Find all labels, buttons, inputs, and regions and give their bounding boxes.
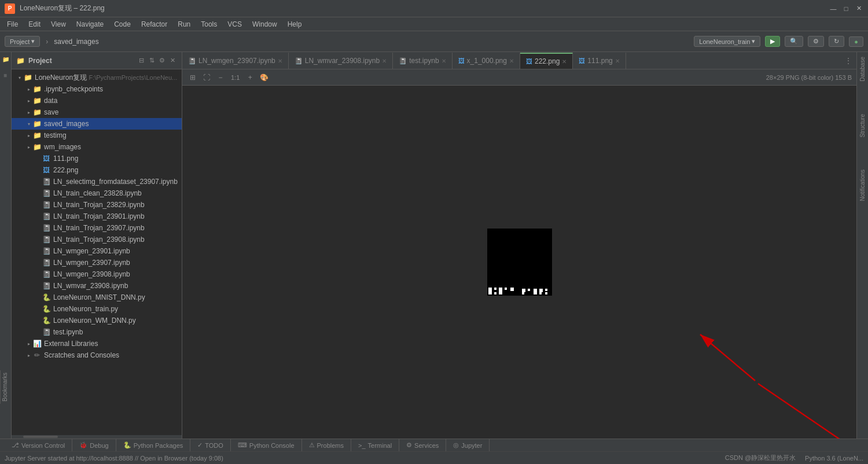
tree-item-mnist-dnn[interactable]: 🐍 LoneNeuron_MNIST_DNN.py [12, 292, 182, 303]
notifications-panel-icon[interactable]: Notifications [859, 167, 866, 203]
menu-tools[interactable]: Tools [196, 19, 222, 30]
python-packages-tab[interactable]: 🐍 Python Packages [116, 439, 191, 452]
tab-111-close[interactable]: ✕ [615, 58, 620, 64]
menu-file[interactable]: File [2, 19, 23, 30]
window-controls[interactable]: — □ ✕ [829, 4, 863, 13]
project-selector[interactable]: Project ▾ [5, 36, 40, 47]
tree-item-data[interactable]: 📁 data [12, 95, 182, 106]
project-label: Project [10, 38, 30, 45]
menu-window[interactable]: Window [248, 19, 282, 30]
tree-item-ln-wmgen-08[interactable]: 📓 LN_wmgen_23908.ipynb [12, 268, 182, 280]
grid-toggle-button[interactable]: ⊞ [187, 72, 198, 83]
close-panel-button[interactable]: ✕ [168, 56, 177, 65]
tree-item-testimg[interactable]: 📁 testimg [12, 130, 182, 141]
menu-navigate[interactable]: Navigate [72, 19, 108, 30]
tab-111-icon: 🖼 [579, 57, 585, 64]
project-panel-icon[interactable]: 📁 [1, 54, 10, 64]
tree-item-ln-train-trojan-08[interactable]: 📓 LN_train_Trojan_23908.ipynb [12, 234, 182, 245]
tree-item-ln-train-trojan-07[interactable]: 📓 LN_train_Trojan_23907.ipynb [12, 222, 182, 234]
terminal-tab[interactable]: >_ Terminal [351, 439, 399, 452]
menu-edit[interactable]: Edit [24, 19, 45, 30]
tree-item-ln-train-trojan-29[interactable]: 📓 LN_train_Trojan_23829.ipynb [12, 199, 182, 211]
menu-vcs[interactable]: VCS [223, 19, 247, 30]
tree-item-external-libs[interactable]: 📊 External Libraries [12, 338, 182, 349]
tab-x-1000-close[interactable]: ✕ [509, 58, 514, 64]
tab-ln-wmgen-23907[interactable]: 📓 LN_wmgen_23907.ipynb ✕ [182, 53, 289, 69]
tab-222-png[interactable]: 🖼 222.png ✕ [520, 53, 573, 69]
menu-run[interactable]: Run [173, 19, 195, 30]
zoom-out-button[interactable]: − [215, 72, 226, 83]
tree-item-wm-dnn-py[interactable]: 🐍 LoneNeuron_WM_DNN.py [12, 315, 182, 326]
tab-ln-wmvar-23908-close[interactable]: ✕ [382, 58, 387, 64]
database-panel-icon[interactable]: Database [859, 54, 866, 84]
tree-item-111png[interactable]: 🖼 111.png [12, 153, 182, 164]
tree-item-222png[interactable]: 🖼 222.png [12, 164, 182, 176]
tree-item-wm-images[interactable]: 📁 wm_images [12, 141, 182, 153]
tree-item-ln-wmvar-08[interactable]: 📓 LN_wmvar_23908.ipynb [12, 280, 182, 292]
structure-panel-icon[interactable]: Structure [859, 112, 866, 140]
tabs-more-button[interactable]: ⋮ [840, 53, 856, 69]
fit-to-window-button[interactable]: ⛶ [201, 72, 212, 83]
222png-label: 222.png [53, 166, 78, 174]
menu-bar: File Edit View Navigate Code Refactor Ru… [0, 17, 868, 31]
structure-icon[interactable]: ≡ [1, 71, 10, 80]
menu-refactor[interactable]: Refactor [137, 19, 172, 30]
zoom-in-button[interactable]: + [244, 72, 256, 83]
tree-root[interactable]: 📁 LoneNeuron复现 F:\PycharmProjects\LoneNe… [12, 72, 182, 83]
menu-code[interactable]: Code [109, 19, 135, 30]
tab-222-close[interactable]: ✕ [562, 58, 567, 65]
tree-scrollbar-thumb[interactable] [23, 436, 58, 438]
run-config-selector[interactable]: LoneNeuron_train ▾ [694, 36, 760, 47]
maximize-button[interactable]: □ [841, 4, 851, 13]
update-button[interactable]: ↻ [829, 36, 844, 47]
jupyter-tab[interactable]: ◎ Jupyter [446, 439, 490, 452]
tree-scrollbar-h[interactable] [12, 435, 182, 439]
tree-item-ln-train-clean[interactable]: 📓 LN_train_clean_23828.ipynb [12, 187, 182, 199]
menu-view[interactable]: View [46, 19, 71, 30]
avatar-button[interactable]: ● [849, 36, 863, 47]
jupyter-icon: ◎ [453, 441, 459, 449]
tree-item-test-ipynb[interactable]: 📓 test.ipynb [12, 326, 182, 338]
search-icon: 🔍 [790, 38, 798, 45]
bookmarks-label[interactable]: Bookmarks [0, 370, 9, 404]
color-picker-button[interactable]: 🎨 [258, 72, 270, 83]
close-button[interactable]: ✕ [854, 4, 863, 13]
tree-item-ln-wmgen-01[interactable]: 📓 LN_wmgen_23901.ipynb [12, 245, 182, 257]
tab-x-1000-png[interactable]: 🖼 x_1_000.png ✕ [453, 53, 520, 69]
settings-panel-button[interactable]: ⚙ [157, 56, 167, 65]
tab-222-label: 222.png [535, 57, 560, 65]
update-icon: ↻ [834, 38, 839, 45]
todo-tab[interactable]: ✓ TODO [190, 439, 231, 452]
ipynb-checkpoints-arrow-icon [25, 87, 32, 92]
title-left: P LoneNeuron复现 – 222.png [5, 3, 105, 14]
settings-button[interactable]: ⚙ [808, 36, 824, 47]
wm-dnn-py-label: LoneNeuron_WM_DNN.py [53, 316, 136, 325]
tree-item-ln-train-py[interactable]: 🐍 LoneNeuron_train.py [12, 303, 182, 315]
test-ipynb-label: test.ipynb [53, 328, 83, 336]
tree-item-ln-train-trojan-01[interactable]: 📓 LN_train_Trojan_23901.ipynb [12, 211, 182, 222]
tab-111-png[interactable]: 🖼 111.png ✕ [573, 53, 626, 69]
menu-help[interactable]: Help [283, 19, 307, 30]
sort-button[interactable]: ⇅ [147, 56, 156, 65]
tab-ln-wmgen-23907-close[interactable]: ✕ [278, 58, 282, 64]
tab-ln-wmvar-23908[interactable]: 📓 LN_wmvar_23908.ipynb ✕ [289, 53, 393, 69]
search-button[interactable]: 🔍 [785, 36, 803, 47]
collapse-all-button[interactable]: ⊟ [137, 56, 146, 65]
tree-item-saved-images[interactable]: 📁 saved_images [12, 118, 182, 130]
tree-item-save[interactable]: 📁 save [12, 106, 182, 118]
version-control-tab[interactable]: ⎇ Version Control [5, 439, 72, 452]
pixel-16 [539, 292, 542, 294]
run-button[interactable]: ▶ [765, 36, 780, 47]
tree-item-ipynb-checkpoints[interactable]: 📁 .ipynb_checkpoints [12, 83, 182, 95]
debug-tab[interactable]: 🐞 Debug [72, 439, 116, 452]
tree-item-scratches[interactable]: ✏ Scratches and Consoles [12, 349, 182, 361]
problems-tab[interactable]: ⚠ Problems [302, 439, 351, 452]
tab-test-ipynb[interactable]: 📓 test.ipynb ✕ [393, 53, 452, 69]
services-tab[interactable]: ⚙ Services [399, 439, 446, 452]
python-packages-icon: 🐍 [123, 441, 131, 449]
minimize-button[interactable]: — [829, 4, 838, 13]
tab-test-ipynb-close[interactable]: ✕ [442, 58, 446, 64]
tree-item-ln-selectimg[interactable]: 📓 LN_selectimg_fromdataset_23907.ipynb [12, 176, 182, 187]
python-console-tab[interactable]: ⌨ Python Console [231, 439, 302, 452]
tree-item-ln-wmgen-07[interactable]: 📓 LN_wmgen_23907.ipynb [12, 257, 182, 268]
